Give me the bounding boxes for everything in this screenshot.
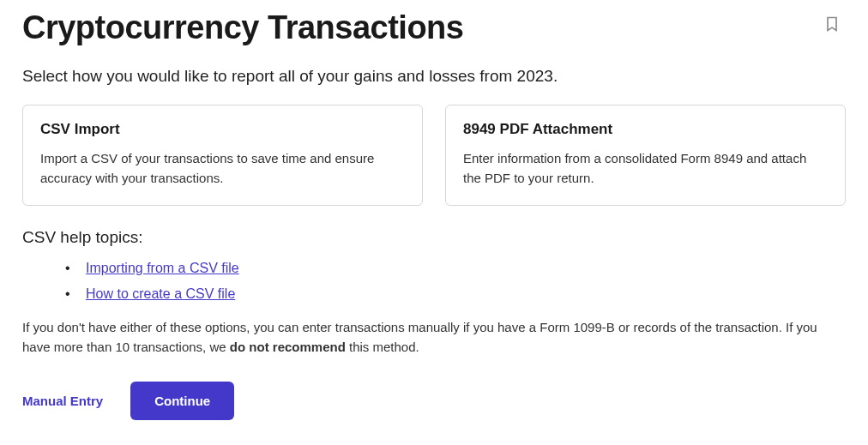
link-create-csv[interactable]: How to create a CSV file <box>86 286 235 301</box>
list-item: How to create a CSV file <box>65 281 846 307</box>
bookmark-icon[interactable] <box>823 15 841 33</box>
manual-entry-note: If you don't have either of these option… <box>22 317 846 358</box>
import-options: CSV Import Import a CSV of your transact… <box>22 105 846 207</box>
page-title: Cryptocurrency Transactions <box>22 9 463 48</box>
option-csv-import[interactable]: CSV Import Import a CSV of your transact… <box>22 105 423 207</box>
action-buttons: Manual Entry Continue <box>22 382 846 420</box>
page-subtitle: Select how you would like to report all … <box>22 67 846 86</box>
note-text-pre: If you don't have either of these option… <box>22 320 817 354</box>
option-description: Import a CSV of your transactions to sav… <box>40 148 405 189</box>
link-importing-csv[interactable]: Importing from a CSV file <box>86 261 239 275</box>
option-title: CSV Import <box>40 121 405 138</box>
option-8949-pdf[interactable]: 8949 PDF Attachment Enter information fr… <box>445 105 846 207</box>
option-description: Enter information from a consolidated Fo… <box>463 148 828 189</box>
help-links-list: Importing from a CSV file How to create … <box>22 256 846 307</box>
continue-button[interactable]: Continue <box>130 382 234 420</box>
option-title: 8949 PDF Attachment <box>463 121 828 138</box>
note-text-post: this method. <box>346 340 419 354</box>
manual-entry-button[interactable]: Manual Entry <box>22 394 103 408</box>
note-text-bold: do not recommend <box>230 340 346 354</box>
list-item: Importing from a CSV file <box>65 256 846 281</box>
help-heading: CSV help topics: <box>22 228 846 247</box>
